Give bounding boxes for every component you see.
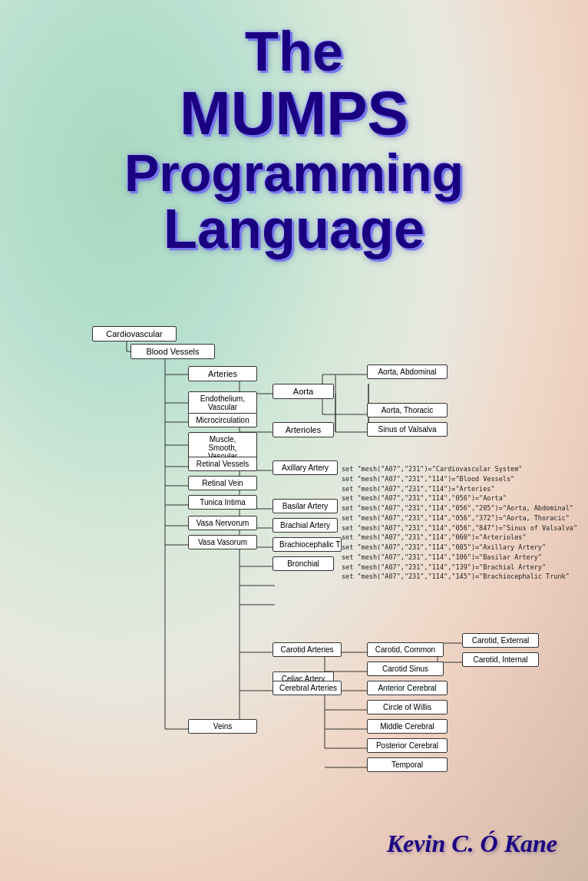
title-line2: MUMPS [0,81,588,146]
node-aorta-thoracic: Aorta, Thoracic [367,403,448,417]
node-circle-of-willis: Circle of Willis [367,700,448,714]
code-line-3: set "mesh("A07","231","114")="Arteries" [342,484,577,494]
code-line-1: set "mesh("A07","231")="Cardiovascular S… [342,464,577,474]
node-cardiovascular: Cardiovascular [92,326,177,342]
code-line-7: set "mesh("A07","231","114","056","847")… [342,523,577,533]
node-tunica-intima: Tunica Intima [188,495,257,510]
code-line-10: set "mesh("A07","231","114","106")="Basi… [342,553,577,563]
title-line1: The [0,23,588,81]
title-line3: Programming [0,146,588,200]
node-aorta: Aorta [273,384,334,399]
node-anterior-cerebral: Anterior Cerebral [367,681,448,695]
node-vasa-nervorum: Vasa Nervorum [188,516,257,530]
code-line-6: set "mesh("A07","231","114","056","372")… [342,513,577,523]
node-aorta-abdominal: Aorta, Abdominal [367,365,448,379]
code-line-2: set "mesh("A07","231","114")="Blood Vess… [342,474,577,484]
title-section: The MUMPS Programming Language [0,0,588,274]
node-carotid-arteries: Carotid Arteries [273,642,342,657]
node-bronchial: Bronchial [273,556,334,571]
node-brachial-artery: Brachial Artery [273,518,338,533]
node-endothelium: Endothelium, Vascular [188,391,257,414]
code-line-5: set "mesh("A07","231","114","056","205")… [342,503,577,513]
node-middle-cerebral: Middle Cerebral [367,719,448,734]
node-carotid-internal: Carotid, Internal [462,652,539,667]
node-microcirculation: Microcirculation [188,413,257,427]
code-line-12: set "mesh("A07","231","114","145")="Brac… [342,572,577,582]
code-block: set "mesh("A07","231")="Cardiovascular S… [342,464,577,582]
node-axillary-artery: Axillary Artery [273,460,338,475]
node-arteries: Arteries [188,366,257,381]
node-cerebral-arteries: Cerebral Arteries [273,681,342,695]
node-retinal-vessels: Retinal Vessels [188,457,257,471]
node-veins: Veins [188,719,257,734]
node-temporal: Temporal [367,757,448,772]
author-name: Kevin C. Ó Kane [387,830,557,858]
code-line-4: set "mesh("A07","231","114","056")="Aort… [342,493,577,503]
node-brachiocephalic: Brachiocephalic T [273,537,342,552]
node-posterior-cerebral: Posterior Cerebral [367,738,448,753]
code-line-11: set "mesh("A07","231","114","139")="Brac… [342,563,577,572]
node-carotid-external: Carotid, External [462,633,539,648]
node-blood-vessels: Blood Vessels [130,344,215,359]
page-content: The MUMPS Programming Language [0,0,588,881]
node-vasa-vasorum: Vasa Vasorum [188,535,257,549]
node-sinus-valsalva: Sinus of Valsalva [367,422,448,437]
node-arterioles: Arterioles [273,422,334,437]
node-basilar-artery: Basilar Artery [273,499,338,513]
node-carotid-sinus: Carotid Sinus [367,662,444,676]
node-carotid-common: Carotid, Common [367,642,444,657]
node-retinal-vein: Retinal Vein [188,476,257,490]
code-line-8: set "mesh("A07","231","114","060")="Arte… [342,533,577,543]
title-line4: Language [0,200,588,259]
code-line-9: set "mesh("A07","231","114","085")="Axil… [342,543,577,553]
